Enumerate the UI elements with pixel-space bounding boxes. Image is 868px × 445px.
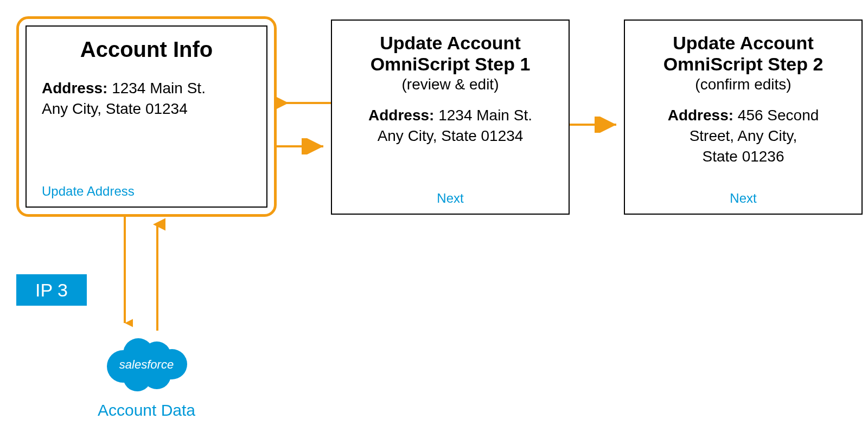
arrow-card2-to-card1 [277, 95, 331, 111]
card2-address-line2: Any City, State 01234 [378, 127, 524, 144]
card3-address: Address: 456 Second Street, Any City, St… [638, 105, 848, 166]
update-address-link[interactable]: Update Address [42, 173, 251, 199]
ip3-badge: IP 3 [16, 274, 87, 306]
card2-address: Address: 1234 Main St. Any City, State 0… [345, 105, 556, 146]
salesforce-cloud-icon: salesforce [100, 331, 193, 396]
salesforce-brand-text: salesforce [119, 358, 174, 371]
card2-address-line1: 1234 Main St. [438, 107, 532, 124]
card1-title: Account Info [42, 37, 251, 62]
card3-title: Update Account OmniScript Step 2 [638, 33, 848, 75]
arrow-card1-to-card2 [277, 138, 331, 154]
card-step2: Update Account OmniScript Step 2 (confir… [624, 20, 863, 215]
card3-address-label: Address: [668, 107, 733, 124]
card2-subtitle: (review & edit) [345, 76, 556, 93]
card3-next-link[interactable]: Next [638, 185, 848, 206]
card-account-info-highlight: Account Info Address: 1234 Main St. Any … [16, 16, 277, 217]
card-step1: Update Account OmniScript Step 1 (review… [331, 20, 570, 215]
card3-address-line2: Street, Any City, [690, 127, 797, 144]
card1-address-label: Address: [42, 80, 107, 96]
card3-address-line3: State 01236 [702, 148, 784, 165]
card-account-info: Account Info Address: 1234 Main St. Any … [25, 25, 267, 208]
card2-next-link[interactable]: Next [345, 185, 556, 206]
flow-diagram: Account Info Address: 1234 Main St. Any … [5, 5, 863, 440]
card1-address-line2: Any City, State 01234 [42, 100, 188, 117]
card3-subtitle: (confirm edits) [638, 76, 848, 93]
arrow-salesforce-up [149, 217, 165, 331]
account-data-label: Account Data [92, 401, 201, 420]
salesforce-block: salesforce Account Data [92, 331, 201, 420]
card1-address-line1: 1234 Main St. [112, 80, 206, 96]
card1-address: Address: 1234 Main St. Any City, State 0… [42, 78, 251, 119]
card2-address-label: Address: [368, 107, 434, 124]
card2-title: Update Account OmniScript Step 1 [345, 33, 556, 75]
arrow-card1-down [117, 217, 133, 331]
arrow-card2-to-card3 [570, 117, 624, 133]
card3-address-rest1: 456 Second [738, 107, 819, 124]
